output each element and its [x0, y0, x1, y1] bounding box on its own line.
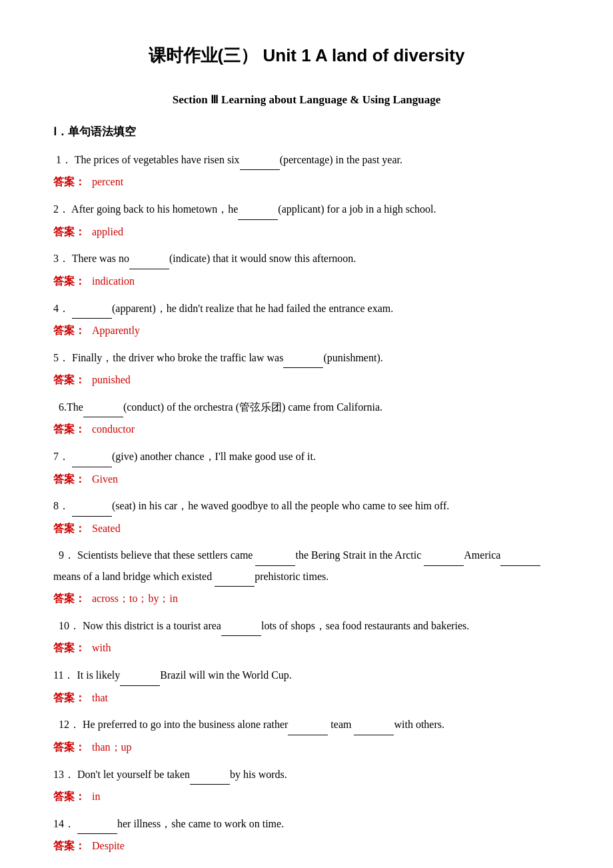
question-7: 7． (give) another chance，I'll make good …	[53, 446, 560, 467]
question-block-9: 9． Scientists believe that these settler…	[53, 545, 560, 609]
question-block-14: 14． her illness，she came to work on time…	[53, 813, 560, 856]
answer-12: 答案：than；up	[53, 738, 560, 757]
question-8: 8． (seat) in his car，he waved goodbye to…	[53, 495, 560, 516]
question-block-10: 10． Now this district is a tourist area …	[53, 615, 560, 658]
answer-9: 答案：across；to；by；in	[53, 589, 560, 609]
part-title: Ⅰ．单句语法填空	[53, 122, 560, 143]
answer-8: 答案：Seated	[53, 519, 560, 539]
question-block-5: 5． Finally，the driver who broke the traf…	[53, 347, 560, 390]
answer-3: 答案：indication	[53, 272, 560, 291]
answer-11: 答案：that	[53, 689, 560, 708]
question-block-11: 11． It is likely Brazil will win the Wor…	[53, 665, 560, 707]
question-block-2: 2． After going back to his hometown，he (…	[53, 199, 560, 241]
section-title: Section Ⅲ Learning about Language & Usin…	[53, 90, 560, 111]
question-block-6: 6.The (conduct) of the orchestra (管弦乐团) …	[53, 397, 560, 439]
question-13: 13． Don't let yourself be taken by his w…	[53, 764, 560, 785]
question-block-4: 4． (apparent)，he didn't realize that he …	[53, 298, 560, 341]
question-9: 9． Scientists believe that these settler…	[53, 545, 560, 587]
answer-1: 答案：percent	[53, 173, 560, 192]
question-11: 11． It is likely Brazil will win the Wor…	[53, 665, 560, 685]
answer-6: 答案：conductor	[53, 420, 560, 439]
question-block-1: 1． The prices of vegetables have risen s…	[53, 149, 560, 192]
question-10: 10． Now this district is a tourist area …	[53, 615, 560, 636]
question-6: 6.The (conduct) of the orchestra (管弦乐团) …	[53, 397, 560, 417]
question-block-12: 12． He preferred to go into the business…	[53, 714, 560, 757]
question-14: 14． her illness，she came to work on time…	[53, 813, 560, 834]
question-4: 4． (apparent)，he didn't realize that he …	[53, 298, 560, 319]
answer-5: 答案：punished	[53, 371, 560, 390]
answer-7: 答案：Given	[53, 470, 560, 489]
page-title: 课时作业(三） Unit 1 A land of diversity	[53, 40, 560, 71]
question-1: 1． The prices of vegetables have risen s…	[53, 149, 560, 170]
question-5: 5． Finally，the driver who broke the traf…	[53, 347, 560, 368]
answer-4: 答案：Apparently	[53, 321, 560, 341]
question-2: 2． After going back to his hometown，he (…	[53, 199, 560, 219]
question-block-13: 13． Don't let yourself be taken by his w…	[53, 764, 560, 807]
answer-10: 答案：with	[53, 639, 560, 658]
question-block-3: 3． There was no (indicate) that it would…	[53, 248, 560, 291]
question-12: 12． He preferred to go into the business…	[53, 714, 560, 735]
question-3: 3． There was no (indicate) that it would…	[53, 248, 560, 269]
question-block-7: 7． (give) another chance，I'll make good …	[53, 446, 560, 489]
answer-14: 答案：Despite	[53, 837, 560, 856]
answer-13: 答案：in	[53, 787, 560, 807]
answer-2: 答案：applied	[53, 223, 560, 242]
question-block-8: 8． (seat) in his car，he waved goodbye to…	[53, 495, 560, 538]
